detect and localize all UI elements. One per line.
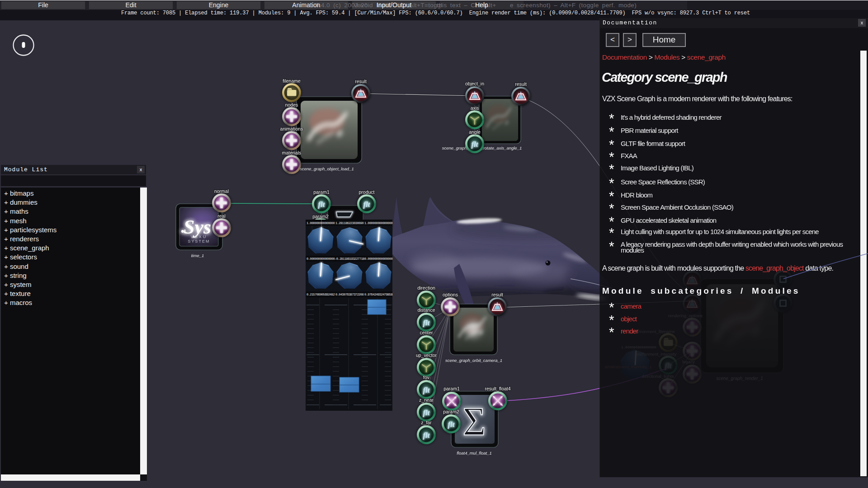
svg-text:result: result (515, 81, 527, 87)
svg-text:object_in: object_in (465, 81, 484, 86)
svg-text:fov: fov (423, 375, 430, 380)
svg-text:0.215706005692482: 0.215706005692482 (307, 293, 335, 296)
svg-text:scene_graph_orbit_camera_1: scene_graph_orbit_camera_1 (445, 358, 502, 363)
svg-text:direction: direction (417, 285, 435, 291)
svg-text:materials: materials (282, 150, 302, 155)
svg-text:1.000000000000000: 1.000000000000000 (307, 221, 335, 225)
svg-text:float4_mul_float_1: float4_mul_float_1 (457, 450, 492, 455)
svg-text:time_1: time_1 (191, 253, 204, 258)
svg-text:filename: filename (283, 78, 301, 84)
svg-text:normal: normal (214, 188, 229, 194)
svg-text:real: real (217, 213, 226, 219)
svg-text:1.281186223030090: 1.281186223030090 (335, 221, 363, 225)
svg-text:0.976424932479858: 0.976424932479858 (364, 293, 392, 296)
svg-text:param1: param1 (313, 189, 330, 195)
svg-text:z_near: z_near (419, 397, 434, 403)
svg-text:result: result (491, 292, 503, 297)
svg-text:1.000000000000000: 1.000000000000000 (364, 221, 392, 225)
svg-text:param1: param1 (443, 386, 460, 391)
svg-text:distance: distance (417, 307, 435, 313)
svg-text:scene_graph_object_load_1: scene_graph_object_load_1 (300, 166, 354, 171)
svg-text:angle: angle (469, 129, 481, 135)
svg-text:0.043076387372208: 0.043076387372208 (335, 293, 363, 296)
svg-text:Σ: Σ (462, 399, 486, 443)
svg-text:center: center (420, 330, 433, 335)
svg-text:result_float4: result_float4 (485, 386, 510, 391)
svg-text:z_far: z_far (421, 420, 432, 425)
svg-text:VSXU: VSXU (191, 235, 208, 239)
svg-text:SYSTEM: SYSTEM (188, 239, 210, 244)
svg-text:param2: param2 (443, 409, 459, 414)
svg-text:nodes: nodes (285, 102, 298, 108)
svg-text:0.000000000000000: 0.000000000000000 (307, 257, 335, 261)
svg-text:product: product (359, 189, 374, 195)
svg-text:animations: animations (280, 126, 303, 131)
svg-text:up_vector: up_vector (416, 352, 437, 358)
svg-text:result: result (355, 79, 367, 84)
svg-text:param2: param2 (312, 214, 329, 219)
svg-text:-0.281186193227718: -0.281186193227718 (335, 257, 364, 261)
svg-text:options: options (443, 292, 458, 297)
svg-text:0.000000000000000: 0.000000000000000 (364, 257, 392, 261)
svg-text:axis: axis (471, 105, 479, 111)
